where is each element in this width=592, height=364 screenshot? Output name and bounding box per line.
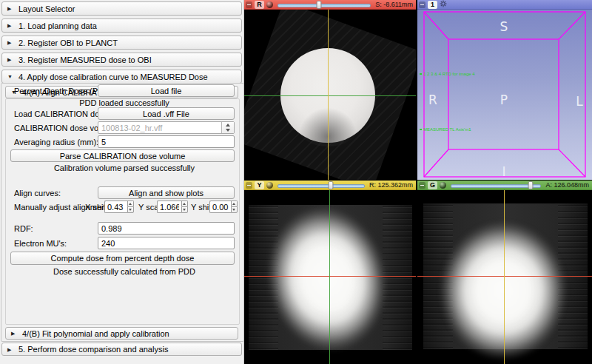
chevron-down-icon: ▼	[7, 74, 13, 79]
slider-track[interactable]	[278, 184, 365, 188]
crosshair-vertical-green	[329, 190, 330, 364]
image-artifact-band	[383, 205, 412, 350]
red-slice-slider[interactable]	[278, 1, 371, 8]
module-panel: ▶ Layout Selector ▶ 1. Load planning dat…	[0, 0, 244, 364]
collapse-view-icon[interactable]	[246, 182, 252, 189]
load-vff-button[interactable]: Load .vff File	[98, 107, 235, 120]
xshift-input[interactable]	[104, 200, 127, 213]
spin-down-button[interactable]	[231, 206, 238, 213]
chevron-right-icon: ▶	[7, 347, 13, 352]
chevron-right-icon: ▶	[11, 331, 17, 336]
slider-handle[interactable]	[328, 181, 333, 189]
red-slice-controller-bar: R S: -8.611mm	[244, 0, 416, 10]
section-label: 2. Register OBI to PLANCT	[18, 38, 118, 47]
section-label: 1. Load planning data	[18, 21, 97, 30]
gear-icon[interactable]	[440, 0, 447, 9]
annotation-marker-icon	[420, 129, 422, 130]
section-dose-comparison[interactable]: ▶ 5. Perform dose comparison and analysi…	[1, 343, 242, 356]
green-view-label: G	[428, 181, 437, 189]
yshift-input[interactable]	[209, 200, 231, 213]
spin-down-button[interactable]	[127, 206, 134, 213]
red-slice-offset: S: -8.611mm	[375, 1, 413, 8]
load-pdd-button[interactable]: Load file	[98, 84, 235, 97]
section-load-planning-data[interactable]: ▶ 1. Load planning data	[1, 18, 242, 33]
spin-up-icon	[226, 124, 230, 127]
yellow-view-label: Y	[255, 181, 264, 189]
align-show-plots-button[interactable]: Align and show plots	[98, 186, 235, 199]
calibration-volume-combobox[interactable]: 100813-02_hr.vff	[98, 121, 235, 134]
dose-blob	[440, 221, 567, 360]
electron-mu-label: Electron MU's:	[14, 239, 67, 248]
section-register-obi[interactable]: ▶ 2. Register OBI to PLANCT	[1, 36, 242, 50]
crosshair-horizontal-green	[244, 95, 416, 96]
visibility-icon[interactable]	[440, 182, 446, 189]
threed-view-controller-bar: 1	[417, 0, 592, 10]
rdf-label: RDF:	[14, 224, 33, 233]
crosshair-horizontal-red	[244, 276, 416, 277]
crosshair-vertical-yellow	[328, 10, 329, 180]
align-curves-label: Align curves:	[14, 189, 61, 198]
visibility-icon[interactable]	[266, 1, 273, 8]
section-label: Layout Selector	[18, 4, 75, 13]
slider-handle[interactable]	[316, 1, 321, 9]
section-label: 3. Register MEASURED dose to OBI	[18, 55, 152, 64]
orientation-label-right: R	[428, 92, 437, 107]
visibility-icon[interactable]	[266, 182, 273, 189]
calibration-volume-value: 100813-02_hr.vff	[98, 122, 221, 133]
compute-status: Dose successfully calculated from PDD	[14, 267, 235, 276]
spin-up-button[interactable]	[231, 200, 238, 206]
section-register-measured[interactable]: ▶ 3. Register MEASURED dose to OBI	[1, 53, 242, 67]
spin-up-button[interactable]	[181, 200, 188, 206]
spin-up-icon	[129, 203, 132, 205]
compute-dose-button[interactable]: Compute dose from percent depth dose	[10, 252, 235, 265]
yshift-spinbox[interactable]	[209, 200, 238, 213]
yscale-spinbox[interactable]	[157, 200, 188, 213]
chevron-right-icon: ▶	[7, 57, 13, 62]
electron-mu-input[interactable]	[98, 237, 235, 249]
spin-up-icon	[183, 203, 186, 205]
spin-down-icon	[183, 209, 186, 211]
parse-status: Calibration volume parsed successfully	[14, 164, 235, 172]
collapse-view-icon[interactable]	[246, 1, 252, 8]
section-apply-calibration[interactable]: ▼ 4. Apply dose calibration curve to MEA…	[1, 70, 242, 84]
yellow-slice-slider[interactable]	[278, 182, 365, 189]
chevron-right-icon: ▶	[7, 23, 13, 28]
threed-view-label: 1	[428, 1, 437, 9]
crosshair-horizontal-red	[417, 276, 592, 277]
collapse-view-icon[interactable]	[419, 1, 426, 8]
threed-view[interactable]: S R P L I 1 2 3 & 4 RTD for image 4 MEAS…	[417, 10, 592, 180]
rdf-input[interactable]	[98, 222, 235, 235]
yellow-slice-controller-bar: Y R: 125.362mm	[244, 181, 416, 190]
red-view-label: R	[255, 1, 264, 9]
green-slice-view[interactable]	[417, 190, 592, 364]
orientation-label-superior: S	[500, 19, 508, 34]
crosshair-vertical-yellow	[504, 190, 505, 364]
yellow-slice-offset: R: 125.362mm	[369, 181, 413, 189]
spin-down-button[interactable]	[181, 206, 188, 213]
combobox-spinner[interactable]	[221, 122, 234, 133]
chevron-right-icon: ▶	[7, 40, 13, 45]
spin-down-icon	[129, 209, 132, 211]
red-slice-view[interactable]	[244, 10, 416, 180]
parse-calibration-button[interactable]: Parse CALIBRATION dose volume	[10, 149, 235, 162]
yscale-input[interactable]	[157, 200, 181, 213]
green-slice-slider[interactable]	[451, 182, 541, 189]
slider-track[interactable]	[278, 4, 371, 7]
slider-handle[interactable]	[528, 181, 533, 189]
spin-up-button[interactable]	[127, 200, 134, 206]
pdd-status: PDD loaded successfully	[14, 98, 235, 107]
collapse-view-icon[interactable]	[419, 182, 426, 189]
green-slice-offset: A: 126.048mm	[545, 181, 589, 189]
subsection-label: 4/(B) Fit polynomial and apply calibrati…	[22, 329, 169, 338]
yellow-slice-view[interactable]	[244, 190, 416, 364]
section-label: 5. Perform dose comparison and analysis	[18, 345, 168, 354]
averaging-radius-input[interactable]	[98, 135, 235, 148]
xshift-spinbox[interactable]	[104, 200, 134, 213]
orientation-label-posterior: P	[500, 92, 508, 107]
section-layout-selector[interactable]: ▶ Layout Selector	[1, 1, 242, 16]
spin-up-icon	[232, 203, 235, 205]
annotation-ruler-top: 1 2 3 & 4 RTD for image 4	[420, 72, 475, 76]
subsection-4b-header[interactable]: ▶ 4/(B) Fit polynomial and apply calibra…	[5, 327, 238, 340]
averaging-radius-label: Averaging radius (mm):	[14, 138, 98, 146]
section-label: 4. Apply dose calibration curve to MEASU…	[18, 73, 208, 81]
